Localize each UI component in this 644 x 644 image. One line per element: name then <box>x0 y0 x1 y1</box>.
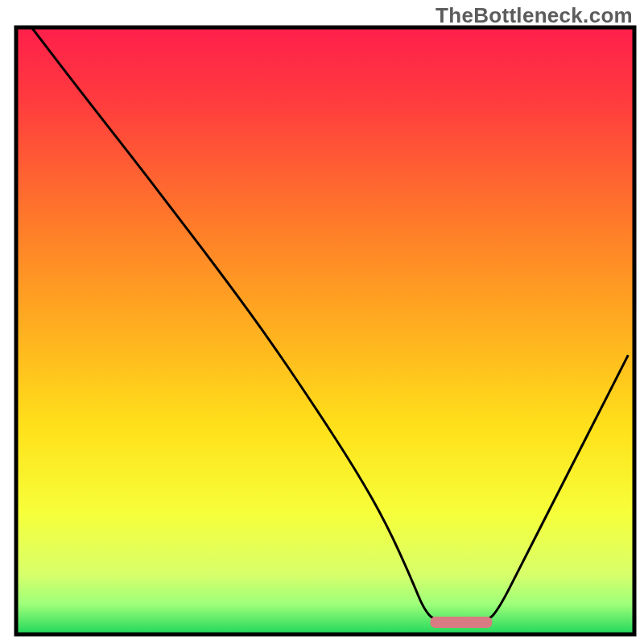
watermark-text: TheBottleneck.com <box>436 3 633 28</box>
bottleneck-chart <box>0 0 644 644</box>
gradient-background <box>16 27 634 634</box>
optimal-zone-marker <box>431 617 493 628</box>
